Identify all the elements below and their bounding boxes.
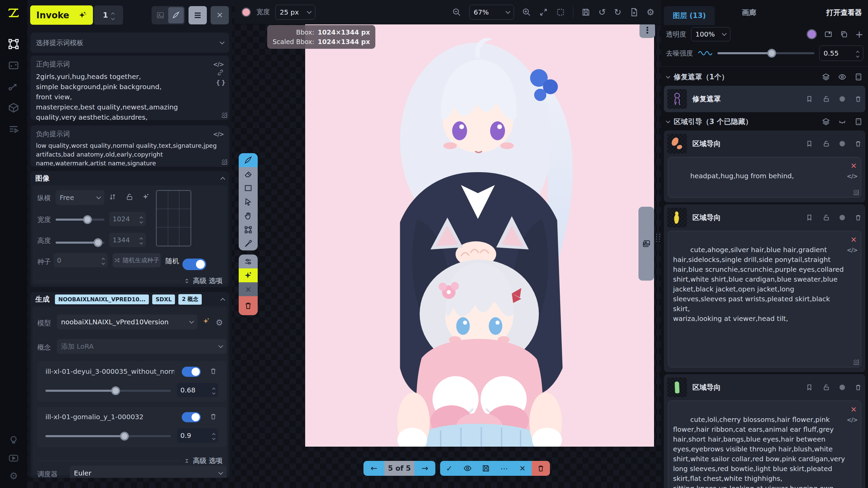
duplicate-layer-icon[interactable]	[840, 30, 848, 38]
delete-result-button[interactable]	[532, 461, 550, 476]
embedding-code-icon[interactable]: </>	[213, 131, 224, 138]
resize-handle[interactable]	[853, 360, 859, 365]
lock-icon[interactable]	[823, 95, 830, 103]
accept-result-button[interactable]: ✓	[440, 461, 458, 476]
lora-toggle[interactable]	[182, 367, 201, 377]
layer-color-dot[interactable]	[840, 385, 845, 390]
invoke-button[interactable]: Invoke	[30, 5, 93, 25]
canvas-settings-gear-icon[interactable]: ⚙	[647, 7, 654, 17]
support-icon[interactable]	[6, 432, 21, 447]
brush-color-swatch[interactable]	[241, 7, 251, 17]
collapse-icon[interactable]	[220, 177, 225, 182]
collapse-icon[interactable]	[220, 298, 225, 303]
canvas-workspace[interactable]: 宽度 25 px 67%	[27, 0, 661, 488]
width-slider[interactable]	[56, 219, 104, 221]
group-layers-icon[interactable]	[822, 73, 830, 81]
undo-icon[interactable]: ↺	[598, 7, 606, 17]
next-result-button[interactable]: →	[414, 461, 435, 476]
image-mode-button[interactable]	[153, 7, 168, 23]
group-visibility-eye-icon[interactable]	[838, 73, 846, 81]
fit-bbox-icon[interactable]	[556, 8, 565, 17]
clear-prompt-icon[interactable]: ✕	[851, 235, 857, 245]
embedding-code-icon[interactable]: </>	[847, 246, 857, 255]
lock-aspect-icon[interactable]	[125, 193, 134, 201]
prompt-template-select[interactable]: 选择提示词模板	[31, 33, 229, 53]
nav-upscale-icon[interactable]	[6, 58, 21, 73]
image-menu-kebab-icon[interactable]: ⋮	[639, 22, 655, 38]
group-visibility-eye-closed-icon[interactable]	[838, 118, 846, 126]
braces-icon[interactable]: { }	[216, 79, 225, 86]
resize-handle[interactable]	[853, 190, 859, 195]
model-select[interactable]: noobaiXLNAIXL_vPred10Version	[57, 314, 197, 329]
lora-delete-trash-icon[interactable]	[210, 367, 217, 375]
nav-workflows-icon[interactable]	[6, 79, 21, 94]
width-input[interactable]: 1024	[109, 212, 146, 226]
tab-layers[interactable]: 图层 (13)	[664, 6, 715, 25]
open-viewer-button[interactable]: 打开查看器	[826, 8, 862, 17]
region-prompt-box[interactable]: cute,loli,cherry blossoms,hair flower,pi…	[668, 401, 861, 488]
region-prompt-box[interactable]: cute,ahoge,silver hair,blue hair,gradien…	[668, 231, 861, 367]
add-layer-plus-icon[interactable]: +	[855, 29, 863, 40]
lora-weight-input[interactable]: 0.9	[177, 428, 218, 443]
lora-weight-input[interactable]: 0.68	[177, 383, 218, 397]
optimize-size-sparkle-icon[interactable]	[142, 193, 150, 201]
positive-prompt-box[interactable]: 正向提示词 </> 2girls,yuri,hug,heads together…	[31, 56, 229, 120]
layer-card-inpaint-mask[interactable]: 修复遮罩	[664, 86, 865, 112]
lock-icon[interactable]	[823, 214, 830, 221]
save-canvas-icon[interactable]	[581, 8, 590, 17]
embedding-code-icon[interactable]: </>	[847, 416, 857, 424]
lora-weight-slider[interactable]	[45, 390, 171, 392]
canvas-mode-button[interactable]	[168, 7, 184, 23]
layer-color-swatch[interactable]	[807, 29, 817, 39]
fit-to-view-icon[interactable]	[539, 8, 548, 17]
opacity-select[interactable]: 100%	[691, 27, 730, 41]
video-tutorials-icon[interactable]	[6, 451, 21, 466]
tab-gallery[interactable]: 画廊	[742, 8, 756, 17]
lora-toggle[interactable]	[182, 412, 201, 422]
layer-color-dot[interactable]	[840, 141, 845, 146]
fit-layer-icon[interactable]	[824, 30, 832, 38]
inpaint-mask-section-header[interactable]: 修复遮罩（1个）	[661, 70, 868, 84]
aspect-select[interactable]: Free	[56, 190, 104, 205]
denoise-slider[interactable]	[717, 52, 814, 54]
zoom-level-select[interactable]: 67%	[469, 5, 514, 20]
layer-card-regional[interactable]: 区域导向 headpat,hug,hug from behind, ✕ </>	[664, 130, 865, 202]
height-input[interactable]: 1344	[109, 233, 146, 247]
clear-prompt-icon[interactable]: ✕	[851, 161, 857, 171]
advanced-options-row[interactable]: 高级 选项	[37, 456, 222, 465]
more-options-button[interactable]: ⋯	[495, 461, 513, 476]
bookmark-icon[interactable]	[806, 214, 813, 221]
randomize-seed-button[interactable]: 随机生成种子	[113, 253, 161, 267]
layer-color-dot[interactable]	[840, 96, 845, 102]
resize-handle[interactable]	[222, 113, 227, 118]
panel-resize-grip[interactable]	[653, 234, 661, 242]
layer-color-dot[interactable]	[840, 215, 845, 220]
scheduler-select[interactable]: Euler	[70, 466, 226, 478]
select-tool[interactable]	[239, 195, 258, 209]
prev-result-button[interactable]: ←	[363, 461, 384, 476]
eraser-tool[interactable]	[239, 167, 258, 181]
group-entity-frame-icon[interactable]	[854, 73, 863, 81]
pan-tool[interactable]	[239, 209, 258, 223]
increment-icon[interactable]	[111, 12, 115, 16]
invoke-generate-tool[interactable]	[239, 268, 258, 282]
bookmark-icon[interactable]	[806, 140, 813, 147]
resize-handle[interactable]	[222, 159, 227, 165]
region-prompt-box[interactable]: headpat,hug,hug from behind, ✕ </>	[668, 157, 861, 198]
save-result-button[interactable]	[477, 461, 495, 476]
link-icon[interactable]	[217, 69, 224, 76]
random-seed-toggle[interactable]	[182, 259, 206, 270]
model-settings-gear-icon[interactable]: ⚙	[216, 318, 223, 327]
settings-gear-icon[interactable]: ⚙	[6, 468, 21, 483]
embedding-code-icon[interactable]: </>	[213, 61, 224, 68]
delete-layer-trash-icon[interactable]	[854, 95, 862, 103]
delete-layer-trash-icon[interactable]	[854, 214, 862, 221]
layer-card-regional[interactable]: 区域导向 cute,ahoge,silver hair,blue hair,gr…	[664, 204, 865, 372]
discard-result-button[interactable]: ✕	[513, 461, 532, 476]
denoise-input[interactable]: 0.55	[819, 45, 863, 61]
nav-queue-icon[interactable]	[6, 122, 21, 137]
lock-icon[interactable]	[823, 384, 830, 391]
nav-models-icon[interactable]	[6, 100, 21, 115]
redo-icon[interactable]: ↻	[614, 7, 622, 17]
delete-tool[interactable]	[239, 296, 258, 315]
